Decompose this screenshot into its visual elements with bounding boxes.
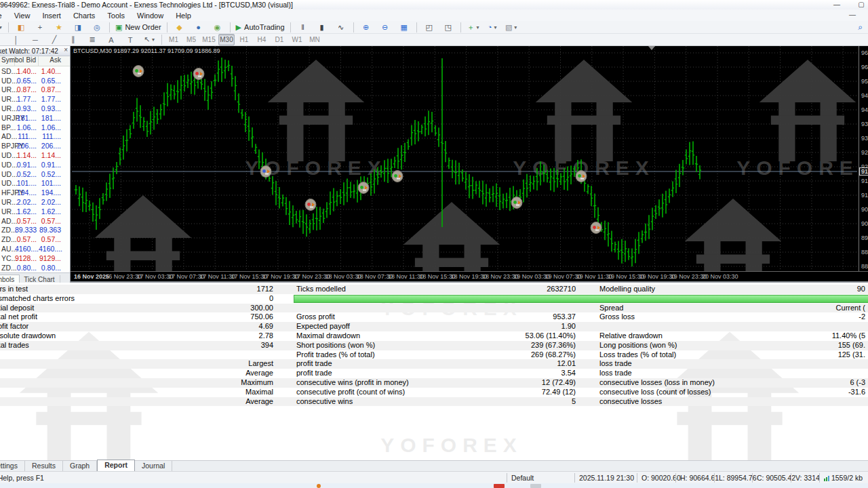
time-axis-label: 19 Nov 11:30: [576, 273, 612, 280]
time-axis[interactable]: 16 Nov 202516 Nov 23:3017 Nov 03:3017 No…: [71, 271, 868, 282]
tester-tab[interactable]: Settings: [0, 461, 25, 471]
tester-tab[interactable]: Graph: [63, 461, 97, 471]
drawing-tool-button[interactable]: T ▾: [121, 34, 139, 46]
drawing-tool-button[interactable]: A ▾: [102, 34, 120, 46]
market-watch-row[interactable]: HFJPY 194.... 194....: [0, 188, 70, 197]
menu-item[interactable]: Help: [170, 9, 197, 21]
toolbar-button[interactable]: ▤ ▾: [0, 21, 5, 33]
report-label-3: consecutive losses: [599, 397, 782, 407]
drawing-tool-button[interactable]: ∥ ▾: [64, 34, 82, 46]
toolbar-button[interactable]: ◧ ▾: [12, 21, 30, 33]
drawing-tool-button[interactable]: ╱ ▾: [45, 34, 63, 46]
market-watch-row[interactable]: UD... 1.14... 1.14...: [0, 150, 70, 160]
timeframe-button[interactable]: M30: [218, 34, 235, 45]
timeframe-button[interactable]: M1: [165, 34, 182, 45]
drawing-tool-button[interactable]: + ▾: [0, 34, 6, 46]
toolbar-button[interactable]: ⊕ ▾: [357, 21, 375, 33]
market-watch-row[interactable]: UD... 0.65... 0.65...: [0, 76, 70, 85]
toolbar-button[interactable]: ◔ ▾: [484, 21, 501, 33]
toolbar-button[interactable]: ▣ New Order ▾: [113, 21, 163, 33]
magnifier-icon[interactable]: ⌕: [858, 22, 863, 32]
taskbar-icon[interactable]: [494, 484, 505, 488]
column-ask[interactable]: Ask: [39, 56, 63, 66]
market-watch-row[interactable]: AU... 4160.... 4160....: [0, 244, 70, 253]
toolbar-button[interactable]: ▮ ▾: [313, 21, 331, 33]
menu-item[interactable]: Window: [131, 9, 170, 21]
report-label-2: profit trade: [296, 359, 483, 369]
toolbar-button[interactable]: ▶ AutoTrading ▾: [234, 21, 287, 33]
timeframe-button[interactable]: W1: [289, 34, 305, 45]
toolbar-button[interactable]: ◉ ▾: [209, 21, 226, 33]
toolbar-button[interactable]: ◰ ▾: [420, 21, 438, 33]
menu-item[interactable]: File: [0, 9, 8, 21]
toolbar-button[interactable]: + ▾: [31, 21, 49, 33]
toolbar-button[interactable]: ▦ ▾: [395, 21, 413, 33]
drawing-tool-button[interactable]: ≣ ▾: [83, 34, 101, 46]
market-watch-row[interactable]: BP... 1.06... 1.06...: [0, 123, 70, 132]
market-watch-row[interactable]: BPJPY 206.... 206....: [0, 141, 70, 150]
menu-item[interactable]: View: [8, 9, 37, 21]
timeframe-button[interactable]: M5: [183, 34, 199, 45]
maximize-button[interactable]: ▢: [853, 1, 868, 9]
market-watch-row[interactable]: UD... 0.91... 0.91...: [0, 160, 70, 169]
toolbar-button[interactable]: ◨ ▾: [69, 21, 87, 33]
toolbar-button[interactable]: ＋ ▾: [465, 21, 482, 33]
menu-item[interactable]: Tools: [101, 9, 131, 21]
market-watch-row[interactable]: AD... 0.57... 0.57...: [0, 216, 70, 226]
market-watch-row[interactable]: UR... 0.87... 0.87...: [0, 85, 70, 95]
chart-plot-area[interactable]: YOFOREXYOFOREXYOFOREX: [72, 46, 857, 271]
toolbar-button[interactable]: ◆ ▾: [171, 21, 189, 33]
taskbar-icon[interactable]: [530, 484, 541, 488]
chart-window[interactable]: BTCUSD,M30 91897.29 92011.37 91709.09 91…: [71, 46, 868, 283]
market-watch-row[interactable]: SD... 1.40... 1.40...: [0, 66, 70, 76]
menu-item[interactable]: Charts: [67, 9, 101, 21]
tester-tab[interactable]: Report: [97, 460, 135, 471]
toolbar-button[interactable]: ∿ ▾: [332, 21, 350, 33]
timeframe-button[interactable]: D1: [271, 34, 288, 45]
market-watch-row[interactable]: UR... 0.93... 0.93...: [0, 104, 70, 113]
minimize-button[interactable]: —: [829, 1, 845, 9]
market-watch-row[interactable]: ZD... 0.57... 0.57...: [0, 235, 70, 244]
market-watch-row[interactable]: UR... 2.02... 2.02...: [0, 197, 70, 207]
report-label-2: [296, 304, 483, 313]
market-watch-row[interactable]: URJPY 181.... 181....: [0, 113, 70, 123]
toolbar-button[interactable]: ★ ▾: [50, 21, 68, 33]
bid-price: 0.93...: [15, 104, 39, 113]
child-minimize-button[interactable]: —: [849, 11, 856, 18]
tester-tab[interactable]: Journal: [135, 461, 172, 471]
windows-taskbar[interactable]: [0, 483, 868, 488]
price-axis-label: 91100: [861, 192, 868, 199]
market-watch-row[interactable]: UD... 0.52... 0.52...: [0, 169, 70, 179]
market-watch-row[interactable]: UR... 1.77... 1.77...: [0, 94, 70, 104]
timeframe-button[interactable]: M15: [201, 34, 217, 45]
toolbar-button[interactable]: ◳ ▾: [439, 21, 457, 33]
timeframe-button[interactable]: MN: [307, 34, 323, 45]
close-icon[interactable]: ×: [64, 46, 68, 54]
drawing-tool-button[interactable]: ─ ▾: [26, 34, 44, 46]
tester-tab[interactable]: Results: [25, 461, 63, 471]
toolbar-button[interactable]: ◎ ▾: [88, 21, 106, 33]
menu-item[interactable]: Insert: [36, 9, 67, 21]
taskbar-icon[interactable]: [317, 484, 321, 488]
column-bid[interactable]: Bid: [15, 56, 39, 66]
column-symbol[interactable]: Symbol: [0, 56, 15, 66]
market-watch-row[interactable]: AD... 111.... 111....: [0, 132, 70, 142]
timeframe-button[interactable]: H1: [236, 34, 252, 45]
window-title: 9649962: Exness-Trial8 - Demo Account - …: [0, 1, 293, 9]
status-profile[interactable]: Default: [507, 473, 574, 483]
report-value-3: [782, 359, 865, 369]
market-watch-row[interactable]: UR... 1.62... 1.62...: [0, 207, 70, 216]
toolbar-button[interactable]: ▧ ▾: [502, 21, 520, 33]
market-watch-row[interactable]: UD... 101.... 101....: [0, 179, 70, 188]
market-watch-header[interactable]: Market Watch: 07:17:42 ×: [0, 46, 70, 56]
market-watch-row[interactable]: ZD... 0.80... 0.80...: [0, 263, 70, 272]
market-watch-row[interactable]: YC... 9128... 9129...: [0, 253, 70, 263]
toolbar-button[interactable]: ● ▾: [190, 21, 208, 33]
drawing-tool-button[interactable]: │ ▾: [7, 34, 25, 46]
drawing-tool-button[interactable]: ↖ ▾: [140, 34, 158, 46]
toolbar-button[interactable]: ‖ ▾: [294, 21, 312, 33]
timeframe-button[interactable]: H4: [254, 34, 270, 45]
toolbar-button[interactable]: ⊖ ▾: [376, 21, 394, 33]
market-watch-row[interactable]: ZD... 89.333 89.363: [0, 226, 70, 235]
price-axis[interactable]: 9660096050955009495094400938509330092750…: [859, 46, 868, 271]
